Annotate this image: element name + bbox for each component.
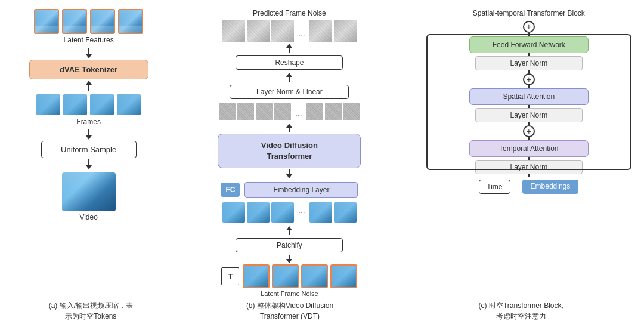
gray-p2: [237, 103, 254, 120]
vdt-box: Video Diffusion Transformer: [218, 134, 361, 168]
section-a: Latent Features dVAE Tokenizer Frames Un…: [3, 6, 174, 297]
predicted-label: Predicted Frame Noise: [253, 9, 326, 17]
frame-img-3: [90, 94, 114, 115]
ffn-box: Feed Forward Network: [469, 36, 589, 53]
video-label: Video: [79, 213, 97, 221]
caption-b-line1: (b) 整体架构Video Diffusion: [246, 301, 333, 310]
latent-frame-noise-label: Latent Frame Noise: [261, 290, 318, 297]
gray-p3: [256, 103, 273, 120]
transformer-block-diagram: + Feed Forward Network Layer Norm + Spat…: [439, 21, 618, 194]
frames-label: Frames: [76, 118, 101, 126]
section-c: Spatial-temporal Transformer Block + Fee…: [405, 6, 641, 297]
patch-i3: [271, 202, 294, 223]
arrow-uniform-to-video: [86, 159, 92, 169]
gray-p5: [306, 103, 323, 120]
gray-p4: [274, 103, 291, 120]
caption-a-line1: (a) 输入/输出视频压缩，表: [49, 301, 133, 310]
caption-c-line1: (c) 时空Transformer Block,: [479, 301, 564, 310]
arrow-vdt-to-embed: [286, 169, 292, 178]
latent-noise-f4: [330, 264, 357, 288]
plus-circle-top: +: [523, 21, 535, 33]
caption-a: (a) 输入/输出视频压缩，表 示为时空Tokens: [6, 300, 176, 322]
vdt-label-line2: Transformer: [267, 152, 312, 161]
latent-frames-row: [34, 9, 143, 34]
dots-3: ...: [298, 202, 305, 223]
gray-p1: [219, 103, 236, 120]
noise-f4: [309, 20, 332, 42]
dots-2: ...: [295, 106, 302, 118]
layer-norm-2: Layer Norm: [475, 108, 583, 122]
latent-frame-3: [90, 9, 115, 34]
latent-noise-f2: [272, 264, 299, 288]
uniform-sample-box: Uniform Sample: [41, 141, 137, 158]
plus-circle-2: +: [523, 73, 535, 85]
latent-noise-f1: [243, 264, 270, 288]
dvae-box: dVAE Tokenizer: [29, 60, 148, 79]
section-b: Predicted Frame Noise ... Reshape La: [174, 6, 404, 297]
vdt-label-line1: Video Diffusion: [261, 141, 318, 150]
gray-p6: [325, 103, 342, 120]
latent-frame-1: [34, 9, 59, 34]
gray-patches-row: ...: [219, 103, 360, 120]
gray-p7: [343, 103, 360, 120]
arrow-patchify-to-latent: [286, 255, 292, 263]
arrow-noise-to-reshape: [286, 44, 292, 53]
noise-f3: [271, 20, 294, 42]
reshape-box: Reshape: [236, 55, 343, 70]
time-box: Time: [479, 180, 510, 194]
patch-i4: [309, 202, 332, 223]
section-c-title: Spatial-temporal Transformer Block: [417, 9, 641, 17]
latent-frames-bottom: [243, 264, 357, 288]
patch-i2: [247, 202, 270, 223]
latent-frame-4: [118, 9, 143, 34]
caption-a-line2: 示为时空Tokens: [65, 312, 116, 320]
latent-features-label: Latent Features: [64, 36, 114, 44]
caption-b-line2: Transformer (VDT): [260, 312, 320, 320]
fc-embed-row: FC Embedding Layer: [221, 182, 358, 198]
t-box: T: [221, 267, 239, 285]
t-latent-row: T: [221, 264, 357, 288]
top-noise-row: ...: [222, 20, 357, 42]
latent-frame-2: [62, 9, 87, 34]
noise-f1: [222, 20, 245, 42]
embedding-box: Embedding Layer: [244, 182, 358, 198]
conn-9: [528, 174, 530, 177]
caption-b: (b) 整体架构Video Diffusion Transformer (VDT…: [176, 300, 404, 322]
layernorm-box: Layer Norm & Linear: [230, 85, 349, 99]
frames-images-row: [36, 94, 141, 115]
fc-box: FC: [221, 183, 240, 197]
arrow-patches-to-vdt: [286, 124, 292, 132]
arrow-dvae-to-frames: [86, 81, 92, 91]
layer-norm-1: Layer Norm: [475, 56, 583, 70]
caption-c: (c) 时空Transformer Block, 考虑时空注意力: [404, 300, 638, 322]
patchify-box: Patchify: [236, 238, 343, 252]
arrow-latent-to-dvae: [86, 48, 92, 58]
noise-f5: [334, 20, 357, 42]
spatial-attn-box: Spatial Attention: [469, 88, 589, 105]
arrow-patches-to-patchify: [286, 226, 292, 235]
layer-norm-3: Layer Norm: [475, 160, 583, 174]
patch-images-row: ...: [222, 202, 357, 223]
temporal-attn-box: Temporal Attention: [469, 140, 589, 157]
noise-f2: [247, 20, 270, 42]
dots-1: ...: [298, 24, 305, 38]
patch-i1: [222, 202, 245, 223]
arrow-reshape-to-layernorm: [286, 73, 292, 82]
embeddings-box: Embeddings: [522, 180, 579, 194]
video-image: [62, 172, 116, 211]
latent-noise-f3: [301, 264, 328, 288]
frame-img-2: [63, 94, 87, 115]
frame-img-1: [36, 94, 60, 115]
arrow-frames-to-uniform: [86, 129, 92, 140]
bottom-inputs-row: Time Embeddings: [479, 180, 578, 194]
patch-i5: [334, 202, 357, 223]
frame-img-4: [117, 94, 141, 115]
plus-circle-3: +: [523, 125, 535, 137]
caption-c-line2: 考虑时空注意力: [496, 312, 546, 320]
captions-row: (a) 输入/输出视频压缩，表 示为时空Tokens (b) 整体架构Video…: [0, 297, 644, 324]
